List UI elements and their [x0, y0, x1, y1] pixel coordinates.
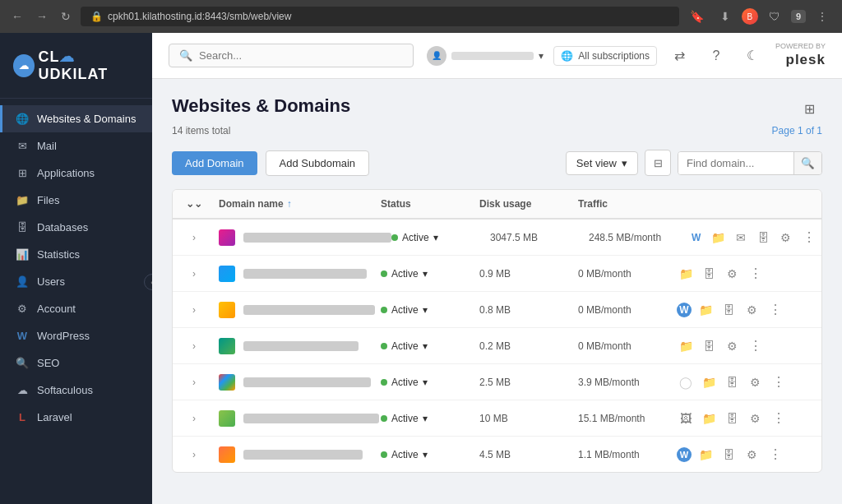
- more-actions-icon[interactable]: ⋮: [746, 336, 766, 355]
- status-badge[interactable]: Active ▾: [381, 340, 479, 352]
- find-search-button[interactable]: 🔍: [793, 152, 821, 174]
- download-btn[interactable]: ⬇: [714, 5, 737, 28]
- collapse-all-icon[interactable]: ⌄⌄: [186, 198, 202, 210]
- sidebar-item-users[interactable]: 👤 Users: [0, 268, 152, 295]
- menu-btn[interactable]: ⋮: [811, 5, 834, 28]
- folder-icon[interactable]: 📁: [700, 373, 718, 391]
- layout-toggle-btn[interactable]: ⊞: [796, 95, 822, 122]
- table-row[interactable]: › Active ▾ 0.9 MB 0 MB/month 📁: [173, 256, 821, 292]
- db-icon[interactable]: 🗄: [723, 409, 741, 428]
- sidebar-item-applications[interactable]: ⊞ Applications: [0, 160, 152, 187]
- more-actions-icon[interactable]: ⋮: [766, 300, 785, 319]
- nav-back-btn[interactable]: ←: [8, 7, 26, 26]
- table-row[interactable]: › Active ▾ 3047.5 MB 248.5 MB/month W: [173, 220, 821, 256]
- set-view-button[interactable]: Set view ▾: [566, 151, 638, 175]
- settings-icon[interactable]: ⚙: [777, 229, 794, 247]
- settings-icon[interactable]: ⚙: [743, 446, 761, 464]
- status-badge[interactable]: Active ▾: [381, 304, 479, 316]
- settings-icon[interactable]: ⚙: [723, 265, 741, 283]
- sidebar-item-softaculous[interactable]: ☁ Softaculous: [0, 377, 152, 404]
- share-btn[interactable]: ⇄: [667, 43, 693, 69]
- settings-icon[interactable]: ⚙: [746, 409, 764, 428]
- db-icon[interactable]: 🗄: [719, 301, 738, 319]
- table-row[interactable]: › Active ▾ 0.2 MB 0 MB/month 📁: [173, 328, 821, 364]
- row-expand-btn[interactable]: ›: [186, 446, 219, 463]
- row-expand-btn[interactable]: ›: [186, 302, 219, 318]
- db-icon[interactable]: 🗄: [755, 229, 772, 247]
- expand-icon[interactable]: ›: [186, 266, 202, 282]
- folder-icon[interactable]: 📁: [700, 409, 718, 428]
- table-row[interactable]: › Active ▾ 4.5 MB 1.1 MB/month W: [173, 437, 821, 472]
- row-expand-btn[interactable]: ›: [186, 374, 219, 391]
- db-icon[interactable]: 🗄: [719, 446, 738, 464]
- subscription-btn[interactable]: 🌐 All subscriptions: [553, 46, 657, 66]
- shield-btn[interactable]: 🛡: [763, 5, 786, 28]
- expand-icon[interactable]: ›: [186, 446, 202, 463]
- sidebar-item-seo[interactable]: 🔍 SEO: [0, 349, 152, 377]
- table-row[interactable]: › Active ▾ 0.8 MB 0 MB/month W: [173, 292, 821, 328]
- status-badge[interactable]: Active ▾: [391, 232, 490, 243]
- more-actions-icon[interactable]: ⋮: [746, 264, 766, 283]
- help-btn[interactable]: ?: [703, 43, 729, 69]
- theme-btn[interactable]: ☾: [739, 43, 766, 69]
- sidebar-item-mail[interactable]: ✉ Mail: [0, 132, 152, 160]
- status-badge[interactable]: Active ▾: [381, 449, 479, 460]
- wp-round-icon[interactable]: W: [677, 447, 692, 462]
- search-input[interactable]: [199, 49, 403, 62]
- settings-icon[interactable]: ⚙: [746, 373, 764, 391]
- folder-icon[interactable]: 📁: [677, 337, 695, 355]
- mail-icon[interactable]: ✉: [732, 229, 749, 247]
- expand-icon[interactable]: ›: [186, 302, 202, 318]
- bookmark-btn[interactable]: 🔖: [686, 5, 709, 28]
- sidebar-item-databases[interactable]: 🗄 Databases: [0, 214, 152, 241]
- folder-icon[interactable]: 📁: [710, 229, 727, 247]
- extension-badge[interactable]: 9: [791, 10, 806, 23]
- wp-icon[interactable]: W: [687, 229, 705, 247]
- db-icon[interactable]: 🗄: [700, 337, 718, 355]
- table-row[interactable]: › Active ▾ 2.5 MB 3.9 MB/month ◯: [173, 364, 821, 400]
- find-domain-input[interactable]: [678, 152, 793, 174]
- add-domain-button[interactable]: Add Domain: [172, 151, 257, 175]
- folder-icon[interactable]: 📁: [677, 265, 695, 283]
- sidebar-item-files[interactable]: 📁 Files: [0, 187, 152, 214]
- nav-reload-btn[interactable]: ↻: [58, 7, 74, 26]
- expand-icon[interactable]: ›: [186, 374, 202, 391]
- settings-icon[interactable]: ⚙: [723, 337, 741, 355]
- more-actions-icon[interactable]: ⋮: [769, 409, 789, 428]
- sidebar-item-websites-domains[interactable]: 🌐 Websites & Domains: [0, 105, 152, 132]
- folder-icon[interactable]: 📁: [696, 446, 715, 464]
- th-domain-name[interactable]: Domain name ↑: [219, 198, 381, 210]
- sidebar-item-account[interactable]: ⚙ Account: [0, 295, 152, 322]
- sidebar-item-statistics[interactable]: 📊 Statistics: [0, 241, 152, 268]
- sidebar-item-wordpress[interactable]: W WordPress: [0, 322, 152, 349]
- row-expand-btn[interactable]: ›: [186, 338, 219, 354]
- expand-icon[interactable]: ›: [186, 338, 202, 354]
- wp-icon[interactable]: W: [677, 303, 692, 317]
- status-badge[interactable]: Active ▾: [381, 377, 479, 388]
- row-expand-btn[interactable]: ›: [186, 266, 219, 282]
- status-badge[interactable]: Active ▾: [381, 413, 479, 424]
- address-bar[interactable]: 🔒 cpkh01.kilathosting.id:8443/smb/web/vi…: [81, 7, 679, 26]
- search-box[interactable]: 🔍: [169, 44, 414, 67]
- user-info[interactable]: 👤 ▾: [427, 46, 544, 66]
- more-actions-icon[interactable]: ⋮: [769, 372, 789, 391]
- status-badge[interactable]: Active ▾: [381, 268, 479, 280]
- folder-icon[interactable]: 📁: [696, 301, 715, 319]
- image-icon[interactable]: 🖼: [677, 409, 695, 428]
- db-icon[interactable]: 🗄: [723, 373, 741, 391]
- filter-button[interactable]: ⊟: [645, 150, 671, 176]
- add-subdomain-button[interactable]: Add Subdomain: [266, 150, 370, 176]
- sidebar-item-laravel[interactable]: L Laravel: [0, 404, 152, 431]
- more-actions-icon[interactable]: ⋮: [766, 445, 785, 464]
- plesk-logo: POWERED BY plesk: [775, 42, 826, 70]
- expand-icon[interactable]: ›: [186, 229, 202, 246]
- more-actions-icon[interactable]: ⋮: [799, 228, 819, 247]
- expand-icon[interactable]: ›: [186, 410, 202, 427]
- row-expand-btn[interactable]: ›: [186, 229, 219, 246]
- settings-icon[interactable]: ⚙: [743, 301, 761, 319]
- row-expand-btn[interactable]: ›: [186, 410, 219, 427]
- nav-forward-btn[interactable]: →: [33, 7, 51, 26]
- table-row[interactable]: › Active ▾ 10 MB 15.1 MB/month 🖼: [173, 400, 821, 437]
- db-icon[interactable]: 🗄: [700, 265, 718, 283]
- status-chevron-icon: ▾: [433, 232, 438, 243]
